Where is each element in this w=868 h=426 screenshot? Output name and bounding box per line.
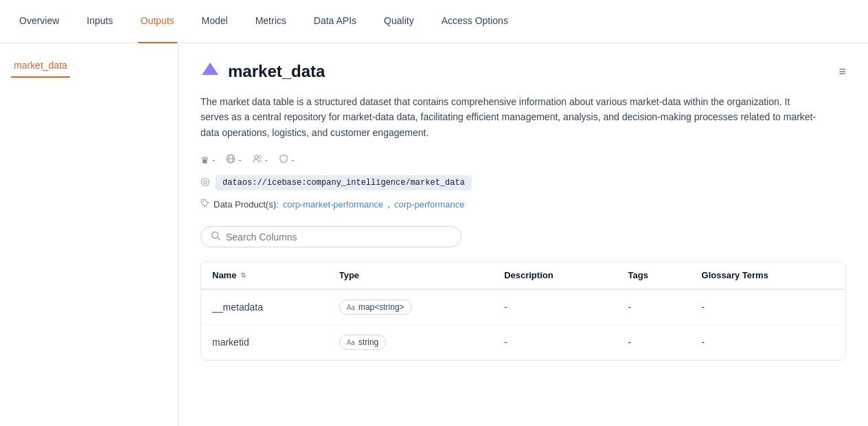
row-0-name: __metadata bbox=[201, 289, 328, 325]
dataset-icon bbox=[201, 60, 220, 83]
th-glossary-terms: Glossary Terms bbox=[691, 262, 845, 289]
tag-icon bbox=[201, 199, 209, 210]
meta-row: ♛ - - - - bbox=[201, 154, 846, 166]
svg-line-10 bbox=[218, 238, 220, 240]
meta-crown: ♛ - bbox=[201, 155, 215, 166]
data-products-comma: , bbox=[387, 199, 390, 210]
row-1-name: marketid bbox=[201, 325, 328, 360]
th-tags: Tags bbox=[617, 262, 691, 289]
row-1-tags: - bbox=[617, 325, 691, 360]
svg-point-7 bbox=[204, 181, 207, 183]
meta-crown-value: - bbox=[212, 155, 215, 165]
sort-icon-name[interactable]: ⇅ bbox=[240, 271, 246, 279]
th-type: Type bbox=[328, 262, 493, 289]
search-icon bbox=[211, 231, 220, 243]
type-badge-marketid: Aa string bbox=[339, 335, 387, 350]
search-container bbox=[201, 226, 846, 247]
top-nav: Overview Inputs Outputs Model Metrics Da… bbox=[0, 0, 868, 43]
row-1-description: - bbox=[493, 325, 617, 360]
data-product-corp-market-performance[interactable]: corp-market-performance bbox=[283, 199, 384, 210]
data-product-corp-performance[interactable]: corp-performance bbox=[394, 199, 465, 210]
meta-shield-value: - bbox=[291, 155, 294, 165]
svg-point-4 bbox=[254, 155, 258, 159]
crown-icon: ♛ bbox=[201, 155, 209, 166]
nav-outputs[interactable]: Outputs bbox=[138, 0, 177, 43]
description: The market data table is a structured da… bbox=[201, 94, 819, 140]
row-0-type: Aa map<string> bbox=[328, 289, 493, 325]
nav-metrics[interactable]: Metrics bbox=[253, 0, 289, 43]
type-badge-metadata: Aa map<string> bbox=[339, 300, 412, 315]
meta-globe-value: - bbox=[238, 155, 241, 165]
data-products-label: Data Product(s): bbox=[214, 199, 279, 210]
row-0-glossary-terms: - bbox=[691, 289, 845, 325]
th-description: Description bbox=[493, 262, 617, 289]
nav-model[interactable]: Model bbox=[199, 0, 231, 43]
meta-users: - bbox=[253, 154, 268, 166]
menu-icon[interactable]: ≡ bbox=[838, 65, 846, 78]
meta-users-value: - bbox=[265, 155, 268, 165]
nav-overview[interactable]: Overview bbox=[16, 0, 62, 43]
sidebar: market_data bbox=[0, 43, 179, 426]
svg-point-8 bbox=[203, 201, 204, 202]
main-content: market_data ≡ The market data table is a… bbox=[179, 43, 868, 426]
svg-point-6 bbox=[202, 178, 209, 186]
search-input[interactable] bbox=[226, 232, 451, 243]
row-0-description: - bbox=[493, 289, 617, 325]
data-address-row: dataos://icebase:company_intelligence/ma… bbox=[201, 175, 846, 190]
search-box bbox=[201, 226, 461, 247]
address-icon bbox=[201, 177, 210, 189]
app-layout: market_data market_data ≡ The market dat… bbox=[0, 43, 868, 426]
table-header-row: Name ⇅ Type Description Tags Glossary Te… bbox=[201, 262, 845, 289]
type-label-metadata: map<string> bbox=[358, 302, 404, 312]
data-address: dataos://icebase:company_intelligence/ma… bbox=[216, 175, 472, 190]
nav-quality[interactable]: Quality bbox=[381, 0, 417, 43]
row-1-glossary-terms: - bbox=[691, 325, 845, 360]
title-left: market_data bbox=[201, 60, 325, 83]
users-icon bbox=[253, 154, 262, 166]
title-row: market_data ≡ bbox=[201, 60, 846, 83]
row-1-type: Aa string bbox=[328, 325, 493, 360]
table-row: marketid Aa string - - - bbox=[201, 325, 845, 360]
globe-icon bbox=[226, 154, 236, 166]
nav-access-options[interactable]: Access Options bbox=[439, 0, 511, 43]
svg-marker-0 bbox=[202, 63, 218, 75]
data-products-row: Data Product(s): corp-market-performance… bbox=[201, 199, 846, 210]
meta-globe: - bbox=[226, 154, 241, 166]
th-name: Name ⇅ bbox=[201, 262, 328, 289]
columns-table-wrapper: Name ⇅ Type Description Tags Glossary Te… bbox=[201, 261, 846, 361]
type-label-marketid: string bbox=[358, 337, 378, 347]
nav-data-apis[interactable]: Data APIs bbox=[311, 0, 359, 43]
columns-table: Name ⇅ Type Description Tags Glossary Te… bbox=[201, 262, 845, 360]
shield-icon bbox=[279, 154, 288, 166]
nav-inputs[interactable]: Inputs bbox=[84, 0, 115, 43]
table-row: __metadata Aa map<string> - - - bbox=[201, 289, 845, 325]
row-0-tags: - bbox=[617, 289, 691, 325]
sidebar-item-market-data[interactable]: market_data bbox=[11, 54, 70, 78]
meta-shield: - bbox=[279, 154, 294, 166]
svg-point-5 bbox=[258, 156, 261, 159]
page-title: market_data bbox=[228, 62, 325, 81]
